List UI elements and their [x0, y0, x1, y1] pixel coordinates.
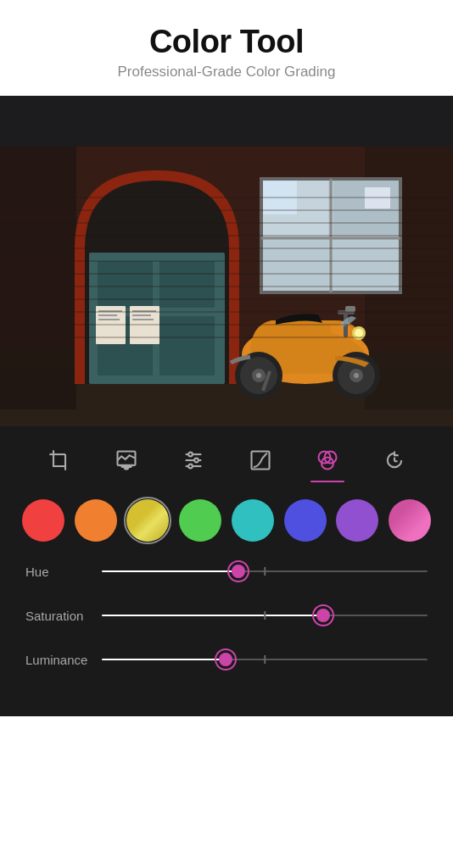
crop-tool-button[interactable] [37, 442, 81, 482]
sliders-section: HueSaturationLuminance [0, 550, 453, 672]
saturation-thumb[interactable] [312, 604, 334, 626]
svg-point-37 [354, 373, 359, 378]
svg-rect-17 [98, 319, 120, 320]
swatch-purple[interactable] [336, 499, 378, 542]
luminance-label: Luminance [25, 653, 102, 667]
swatch-orange[interactable] [75, 499, 117, 542]
swatch-teal[interactable] [232, 499, 274, 542]
luminance-track[interactable] [102, 647, 428, 672]
svg-rect-58 [124, 467, 128, 469]
swatch-pink[interactable] [389, 499, 431, 542]
hue-label: Hue [25, 565, 102, 579]
svg-point-33 [355, 329, 363, 337]
svg-point-64 [188, 465, 193, 469]
svg-rect-8 [98, 261, 153, 308]
svg-point-62 [188, 453, 193, 457]
photo-preview [0, 96, 453, 426]
swatch-yellow[interactable] [126, 499, 169, 542]
tone-curve-tool-button[interactable] [238, 442, 282, 482]
color-swatches [0, 482, 453, 550]
svg-rect-19 [132, 314, 151, 316]
color-mix-tool-button[interactable] [305, 442, 350, 482]
hue-track[interactable] [102, 559, 428, 584]
bottom-panel: HueSaturationLuminance [0, 426, 453, 716]
swatch-green[interactable] [179, 499, 221, 542]
luminance-thumb[interactable] [215, 648, 237, 670]
luminance-slider-row: Luminance [25, 647, 428, 672]
saturation-slider-row: Saturation [25, 603, 428, 628]
svg-rect-5 [0, 147, 76, 409]
swatch-blue[interactable] [284, 499, 327, 542]
saturation-label: Saturation [25, 609, 102, 623]
svg-rect-20 [132, 319, 154, 320]
svg-rect-16 [98, 314, 117, 316]
page-subtitle: Professional-Grade Color Grading [17, 64, 436, 81]
svg-point-41 [256, 373, 261, 378]
tune-tool-button[interactable] [171, 442, 215, 482]
page-title: Color Tool [17, 24, 436, 60]
saturation-track[interactable] [102, 603, 428, 628]
svg-rect-43 [345, 306, 355, 312]
hue-thumb[interactable] [227, 560, 249, 582]
adjust-tool-button[interactable] [104, 442, 148, 482]
hue-slider-row: Hue [25, 559, 428, 584]
svg-rect-9 [159, 261, 215, 308]
swatch-red[interactable] [22, 499, 64, 542]
history-tool-button[interactable] [372, 442, 417, 482]
header: Color Tool Professional-Grade Color Grad… [0, 0, 453, 96]
svg-point-63 [194, 459, 199, 463]
toolbar [0, 426, 453, 482]
